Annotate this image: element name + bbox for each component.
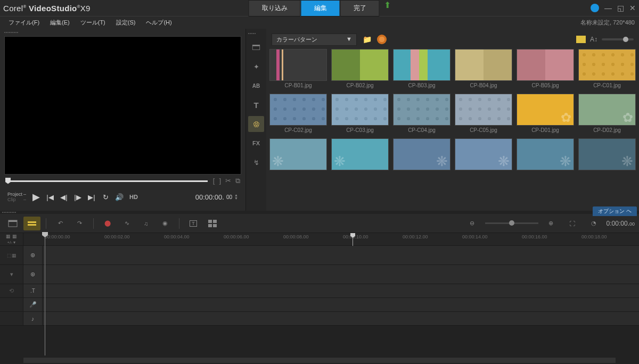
hd-badge[interactable]: HD	[129, 194, 138, 200]
ruler-scale[interactable]: 00:00:00.0000:00:02.0000:00:04.0000:00:0…	[23, 233, 639, 245]
libtab-instant[interactable]: ✦	[248, 59, 264, 75]
globe-icon[interactable]	[591, 4, 599, 12]
track-control[interactable]	[0, 298, 23, 311]
preview-panel: [ ] ✂ ⧉ Project– Clip– ▶ |◀ ◀| |▶ ▶| ↻ 🔊…	[0, 29, 245, 211]
library-thumbnail[interactable]	[517, 138, 574, 175]
undo-button[interactable]: ↶	[52, 217, 69, 230]
playhead-marker[interactable]	[353, 233, 353, 246]
options-panel-toggle[interactable]: オプション ヘ	[593, 206, 637, 216]
scrub-bar: [ ] ✂ ⧉	[3, 176, 242, 186]
expand-icon[interactable]: ⧉	[235, 177, 240, 185]
upload-icon[interactable]: ⬆	[384, 0, 391, 16]
panel-grip[interactable]	[3, 32, 242, 35]
workspace: [ ] ✂ ⧉ Project– Clip– ▶ |◀ ◀| |▶ ▶| ↻ 🔊…	[0, 29, 639, 211]
track-control[interactable]: ▾	[0, 265, 23, 284]
library-thumbnail[interactable]: CP-B01.jpg	[269, 49, 327, 92]
multicam-button[interactable]	[204, 217, 221, 230]
library-thumbnail[interactable]: CP-B03.jpg	[393, 49, 450, 92]
go-start-button[interactable]: |◀	[44, 191, 56, 203]
library-thumbnail[interactable]: CP-C03.jpg	[331, 94, 389, 136]
ruler-gutter[interactable]: ▦ ▦ +/- ▾	[0, 233, 23, 245]
folder-icon[interactable]: 📁	[361, 34, 373, 45]
auto-music-button[interactable]: ♫	[137, 217, 154, 230]
close-button[interactable]: ✕	[629, 4, 636, 12]
timeline-scrollbar[interactable]	[0, 357, 639, 364]
library-thumbnail[interactable]	[269, 138, 327, 175]
zoom-out-button[interactable]: ⊖	[464, 217, 481, 230]
menu-file[interactable]: ファイル(F)	[4, 17, 44, 28]
library-thumbnail[interactable]: CP-D02.jpg	[578, 94, 636, 136]
music-track[interactable]: ♪	[0, 312, 639, 326]
library-thumbnail[interactable]: CP-C01.jpg	[578, 49, 636, 92]
zoom-in-button[interactable]: ⊕	[543, 217, 560, 230]
playhead[interactable]	[45, 233, 45, 355]
mode-labels[interactable]: Project– Clip–	[7, 192, 26, 202]
library-thumbnail[interactable]	[331, 138, 389, 175]
menu-settings[interactable]: 設定(S)	[112, 17, 140, 28]
track-control[interactable]: ⟲	[0, 284, 23, 297]
voice-track[interactable]: 🎤	[0, 298, 639, 312]
thumbnail-label: CP-B05.jpg	[517, 81, 574, 92]
menu-edit[interactable]: 編集(E)	[46, 17, 74, 28]
timeline-zoom-slider[interactable]	[485, 222, 538, 224]
timeline-view-button[interactable]	[23, 217, 40, 230]
scrub-handle[interactable]	[5, 178, 11, 184]
audio-mixer-button[interactable]: ∿	[118, 217, 135, 230]
sort-button[interactable]: A↕	[590, 36, 597, 43]
library-thumbnail[interactable]	[578, 138, 636, 175]
library-thumbnail[interactable]: CP-C02.jpg	[269, 94, 327, 136]
color-wheel-icon[interactable]	[377, 35, 387, 44]
track-control[interactable]	[0, 312, 23, 325]
tab-capture[interactable]: 取り込み	[249, 0, 301, 16]
library-thumbnail[interactable]: CP-B02.jpg	[331, 49, 389, 92]
view-thumbnail-button[interactable]	[576, 36, 586, 43]
play-button[interactable]: ▶	[30, 191, 42, 203]
library-thumbnail[interactable]: CP-C05.jpg	[455, 94, 512, 136]
library-thumbnail[interactable]: CP-C04.jpg	[393, 94, 450, 136]
libtab-transition[interactable]: AB	[248, 78, 264, 94]
libtab-graphic[interactable]: 🏵	[248, 116, 264, 132]
volume-button[interactable]: 🔊	[113, 191, 125, 203]
library-thumbnail[interactable]	[455, 138, 512, 175]
preview-timecode[interactable]: 00:00:00.00 ▲▼	[195, 193, 238, 201]
storyboard-view-button[interactable]	[4, 217, 21, 230]
maximize-button[interactable]: ◱	[617, 4, 624, 12]
fit-project-button[interactable]: ⛶	[564, 217, 581, 230]
thumbnail-zoom-slider[interactable]	[602, 38, 634, 40]
subtitle-button[interactable]: T	[185, 217, 202, 230]
library-thumbnail[interactable]: CP-B05.jpg	[517, 49, 574, 92]
track-control[interactable]: ⬚▦	[0, 246, 23, 264]
library-thumbnail[interactable]: CP-D01.jpg	[517, 94, 574, 136]
prev-frame-button[interactable]: ◀|	[58, 191, 70, 203]
repeat-button[interactable]: ↻	[100, 191, 111, 203]
library-thumbnail[interactable]: CP-B04.jpg	[455, 49, 512, 92]
menu-tools[interactable]: ツール(T)	[76, 17, 110, 28]
tab-share[interactable]: 完了	[340, 0, 380, 16]
record-button[interactable]: ⬤	[99, 217, 116, 230]
project-duration-icon[interactable]: ◔	[585, 217, 602, 230]
tab-edit[interactable]: 編集	[301, 0, 340, 16]
minimize-button[interactable]: ―	[604, 4, 612, 12]
motion-button[interactable]: ◉	[157, 217, 174, 230]
menu-help[interactable]: ヘルプ(H)	[142, 17, 176, 28]
panel-grip[interactable]	[246, 33, 266, 36]
libtab-media[interactable]	[248, 39, 264, 55]
scrub-track[interactable]	[5, 180, 208, 182]
mark-out-icon[interactable]: ]	[219, 177, 221, 185]
overlay-track[interactable]: ▾ ⊛	[0, 265, 639, 284]
category-dropdown[interactable]: カラーパターン▼	[272, 34, 357, 46]
svg-rect-6	[208, 220, 212, 223]
mark-in-icon[interactable]: [	[213, 177, 215, 185]
timeline-ruler: ▦ ▦ +/- ▾ 00:00:00.0000:00:02.0000:00:04…	[0, 233, 639, 246]
video-track-1[interactable]: ⬚▦ ⊛	[0, 246, 639, 265]
libtab-filter[interactable]: FX	[248, 135, 264, 151]
libtab-title[interactable]: T	[248, 97, 264, 113]
title-track[interactable]: ⟲ .T	[0, 284, 639, 298]
go-end-button[interactable]: ▶|	[86, 191, 97, 203]
next-frame-button[interactable]: |▶	[72, 191, 84, 203]
library-thumbnail[interactable]	[393, 138, 450, 175]
thumbnail-label: CP-B04.jpg	[455, 81, 512, 92]
redo-button[interactable]: ↷	[71, 217, 88, 230]
cut-icon[interactable]: ✂	[225, 177, 231, 185]
libtab-path[interactable]: ↯	[248, 154, 264, 170]
